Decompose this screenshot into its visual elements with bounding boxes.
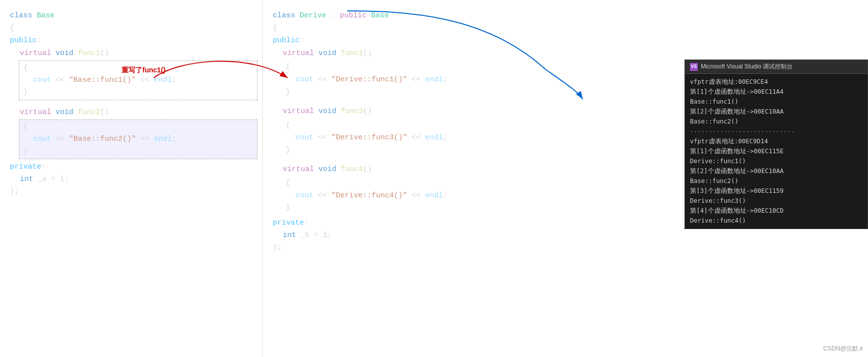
dbg-line-15: Derive::func4() (690, 216, 863, 226)
dbg-line-3: Base::func1() (690, 97, 863, 107)
derive-func3-close: } (286, 144, 547, 157)
base-func2-open: { (23, 121, 253, 133)
dbg-line-8: 第[1]个虚函数地址->00EC115E (690, 146, 863, 156)
derive-func4-close: } (286, 202, 547, 215)
dbg-line-11: Base::func2() (690, 176, 863, 186)
derive-private: private: (273, 217, 551, 230)
derive-func1-decl: virtual void func1() (273, 48, 551, 60)
derive-open-brace: { (273, 22, 551, 35)
derive-func4-body: cout << "Derive::func4()" << endl; (286, 190, 547, 202)
base-func1-body: cout << "Base::func1()" << endl; (23, 74, 253, 87)
derive-func1-open: { (286, 61, 547, 74)
derive-func4-open: { (286, 178, 547, 190)
dbg-line-2: 第[1]个虚函数地址->00EC11A4 (690, 87, 863, 97)
dbg-line-12: 第[3]个虚函数地址->00EC1159 (690, 186, 863, 196)
annotation-rewrite-label: 重写了func1() (122, 66, 166, 75)
derive-func3-decl: virtual void func3() (273, 106, 551, 118)
derive-field-b: int _b = 1; (273, 230, 551, 242)
derive-close-brace: }; (273, 242, 551, 254)
derive-func3-open: { (286, 119, 547, 132)
dbg-line-7: vfptr虚表地址:00EC9D14 (690, 136, 863, 146)
base-private: private: (10, 161, 257, 174)
middle-panel-derive: class Derive : public Base { public: vir… (263, 0, 556, 357)
base-func1-close: } (23, 87, 253, 99)
base-open-brace: { (10, 22, 257, 35)
base-close-brace: }; (10, 186, 257, 198)
dbg-line-10: 第[2]个虚函数地址->00EC10AA (690, 166, 863, 176)
derive-public: public: (273, 35, 551, 47)
dbg-line-14: 第[4]个虚函数地址->00EC10CD (690, 206, 863, 216)
base-public: public: (10, 35, 257, 47)
left-panel-base: class Base { public: virtual void func1(… (0, 0, 263, 357)
base-func2-body: cout << "Base::func2()" << endl; (23, 133, 253, 146)
derive-func1-close: } (286, 86, 547, 99)
base-func1-decl: virtual void func1() (10, 48, 257, 60)
derive-func4-decl: virtual void func4() (273, 164, 551, 176)
derive-class-decl: class Derive : public Base (273, 10, 551, 22)
vs-icon: VS (690, 63, 698, 71)
dbg-line-4: 第[2]个虚函数地址->00EC10AA (690, 107, 863, 117)
derive-func1-body: cout << "Derive::func1()" << endl; (286, 74, 547, 86)
debug-console-titlebar: VS Microsoft Visual Studio 调试控制台 (685, 60, 868, 74)
dbg-line-5: Base::func2() (690, 117, 863, 126)
base-field-a: int _a = 1; (10, 174, 257, 186)
dbg-line-13: Derive::func3() (690, 196, 863, 206)
dbg-divider: ---------------------------- (690, 126, 863, 136)
derive-func3-body: cout << "Derive::func3()" << endl; (286, 132, 547, 144)
base-class-decl: class Base (10, 10, 257, 22)
base-func2-close: } (23, 146, 253, 158)
watermark: CSDN@沉默.é (823, 345, 863, 353)
base-func2-decl: virtual void func2() (10, 107, 257, 119)
main-container: class Base { public: virtual void func1(… (0, 0, 868, 357)
debug-console-panel: VS Microsoft Visual Studio 调试控制台 vfptr虚表… (684, 60, 868, 229)
debug-console-content: vfptr虚表地址:00EC9CE4 第[1]个虚函数地址->00EC11A4 … (685, 74, 868, 229)
debug-console-title: Microsoft Visual Studio 调试控制台 (701, 62, 793, 71)
dbg-line-1: vfptr虚表地址:00EC9CE4 (690, 77, 863, 87)
dbg-line-9: Derive::func1() (690, 156, 863, 166)
